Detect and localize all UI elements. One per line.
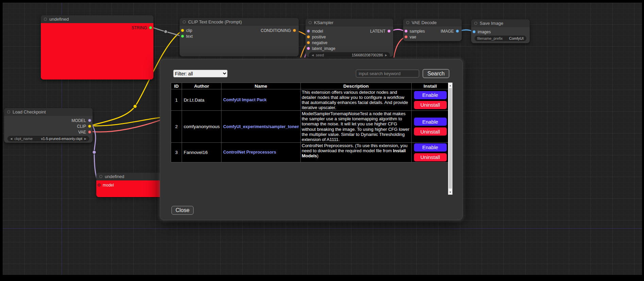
col-header-id: ID: [171, 83, 182, 89]
ext-name-link[interactable]: ControlNet Preprocessors: [223, 150, 299, 155]
clip-slot-dot[interactable]: [181, 29, 184, 32]
wire-clip-branch: [90, 118, 160, 126]
latent-image-slot-dot[interactable]: [307, 47, 310, 50]
output-slot-model[interactable]: MODEL: [4, 118, 93, 123]
collapse-dot-icon[interactable]: [44, 18, 47, 21]
input-slot-positive[interactable]: positive: [306, 34, 393, 40]
search-button[interactable]: Search: [423, 69, 449, 78]
node-header[interactable]: Save Image: [471, 19, 530, 27]
input-slot-negative[interactable]: negative: [306, 40, 393, 46]
input-slot-vae[interactable]: vae: [403, 34, 462, 40]
uninstall-button[interactable]: Uninstall: [414, 127, 447, 136]
extension-row: 3 Fannovel16 ControlNet Preprocessors Co…: [171, 142, 449, 162]
ext-id: 2: [171, 111, 182, 142]
scrollbar-thumb[interactable]: [449, 88, 452, 189]
extension-row: 2 comfyanonymous ComfyUI_experiments/sam…: [171, 111, 449, 142]
collapse-dot-icon[interactable]: [99, 175, 102, 178]
node-clip-text-encode[interactable]: CLIP Text Encode (Prompt) CONDITIONING c…: [180, 18, 299, 56]
samples-slot-dot[interactable]: [404, 30, 408, 33]
node-header[interactable]: KSampler: [306, 19, 393, 27]
input-slot-text[interactable]: text: [180, 33, 299, 39]
col-header-install: Install: [412, 83, 449, 89]
enable-button[interactable]: Enable: [414, 91, 447, 99]
node-vae-decode[interactable]: VAE Decode IMAGE samples vae: [403, 19, 462, 41]
output-slot-latent[interactable]: LATENT: [369, 28, 392, 34]
widget-value: ComfyUI: [509, 36, 524, 40]
widget-label: seed: [316, 53, 324, 57]
ext-author: comfyanonymous: [182, 111, 221, 142]
node-title: Load Checkpoint: [13, 109, 46, 115]
vae-slot-dot[interactable]: [404, 35, 408, 38]
enable-button[interactable]: Enable: [414, 118, 447, 126]
stepper-right-icon[interactable]: ▶: [385, 54, 387, 57]
filter-select[interactable]: Filter: all: [173, 70, 228, 77]
collapse-dot-icon[interactable]: [474, 22, 477, 25]
collapse-dot-icon[interactable]: [7, 110, 10, 113]
collapse-dot-icon[interactable]: [183, 20, 186, 23]
node-load-checkpoint[interactable]: Load Checkpoint MODEL CLIP VAE ◀ ckpt_na…: [4, 108, 93, 143]
uninstall-button[interactable]: Uninstall: [414, 153, 447, 161]
input-slot-images[interactable]: images: [471, 29, 530, 35]
model-slot-dot[interactable]: [307, 30, 310, 33]
stepper-left-icon[interactable]: ◀: [10, 137, 12, 140]
positive-slot-dot[interactable]: [307, 35, 310, 38]
model-slot-dot[interactable]: [88, 119, 91, 122]
scroll-up-icon[interactable]: ▲: [448, 83, 452, 88]
node-save-image[interactable]: Save Image images filename_prefix ComfyU…: [471, 19, 530, 43]
node-header[interactable]: VAE Decode: [403, 19, 462, 27]
model-slot-dot[interactable]: [98, 183, 101, 187]
output-slot-string[interactable]: STRING: [41, 25, 153, 31]
dialog-toolbar: Filter: all Search: [173, 69, 449, 78]
stepper-right-icon[interactable]: ▶: [84, 137, 86, 140]
ext-id: 1: [171, 89, 182, 111]
negative-slot-dot[interactable]: [307, 41, 310, 44]
ext-description: ControlNet Preprocessors. (To use this e…: [301, 142, 412, 162]
filename-prefix-widget[interactable]: filename_prefix ComfyUI: [475, 36, 526, 41]
node-header[interactable]: CLIP Text Encode (Prompt): [180, 18, 299, 26]
image-slot-dot[interactable]: [456, 30, 459, 33]
extension-row: 1 Dr.Lt.Data ComfyUI Impact Pack This ex…: [171, 89, 449, 111]
node-ksampler[interactable]: KSampler LATENT model positive negative …: [306, 19, 393, 57]
slot-label: MODEL: [71, 118, 86, 123]
string-slot-dot[interactable]: [149, 26, 152, 29]
enable-button[interactable]: Enable: [414, 143, 447, 152]
close-button[interactable]: Close: [171, 206, 194, 215]
text-slot-dot[interactable]: [181, 35, 184, 38]
images-slot-dot[interactable]: [473, 30, 476, 33]
collapse-dot-icon[interactable]: [309, 21, 312, 24]
seed-widget[interactable]: ◀ seed 156680208700286 ▶: [309, 52, 390, 58]
ext-name-link[interactable]: ComfyUI_experiments/sampler_tonemap: [223, 124, 299, 129]
reroute-dot-clip[interactable]: [133, 105, 137, 108]
stepper-left-icon[interactable]: ◀: [312, 54, 314, 57]
output-slot-conditioning[interactable]: CONDITIONING: [259, 28, 297, 33]
reroute-dot-model[interactable]: [93, 151, 96, 154]
node-header[interactable]: undefined: [41, 15, 153, 23]
ext-author: Fannovel16: [182, 142, 221, 162]
graph-canvas[interactable]: undefined STRING CLIP Text Encode (Promp…: [3, 3, 642, 275]
clip-slot-dot[interactable]: [88, 125, 91, 128]
slot-label: CLIP: [77, 124, 86, 129]
latent-slot-dot[interactable]: [387, 30, 391, 33]
uninstall-button[interactable]: Uninstall: [414, 101, 447, 109]
vae-slot-dot[interactable]: [88, 130, 91, 134]
output-slot-clip[interactable]: CLIP: [4, 123, 93, 129]
scroll-down-icon[interactable]: ▼: [448, 190, 452, 194]
input-slot-latent-image[interactable]: latent_image: [306, 46, 393, 51]
reroute-dot-string[interactable]: [164, 30, 167, 33]
node-title: undefined: [49, 17, 69, 22]
table-scrollbar[interactable]: ▲ ▼: [448, 83, 452, 195]
slot-label: VAE: [78, 130, 86, 135]
slot-label: images: [478, 30, 491, 34]
node-undefined-top[interactable]: undefined STRING: [41, 15, 153, 80]
output-slot-vae[interactable]: VAE: [4, 129, 93, 135]
node-header[interactable]: Load Checkpoint: [4, 108, 93, 116]
widget-label: filename_prefix: [477, 36, 503, 40]
output-slot-image[interactable]: IMAGE: [439, 28, 460, 34]
slot-label: STRING: [132, 25, 147, 30]
ext-name-link[interactable]: ComfyUI Impact Pack: [223, 98, 299, 102]
search-input[interactable]: [356, 70, 419, 77]
wire-vae-in: [394, 37, 405, 57]
collapse-dot-icon[interactable]: [406, 21, 409, 24]
ckpt-name-widget[interactable]: ◀ ckpt_name v1-5-pruned-emaonly.ckpt ▶: [7, 136, 89, 141]
conditioning-slot-dot[interactable]: [293, 29, 296, 32]
